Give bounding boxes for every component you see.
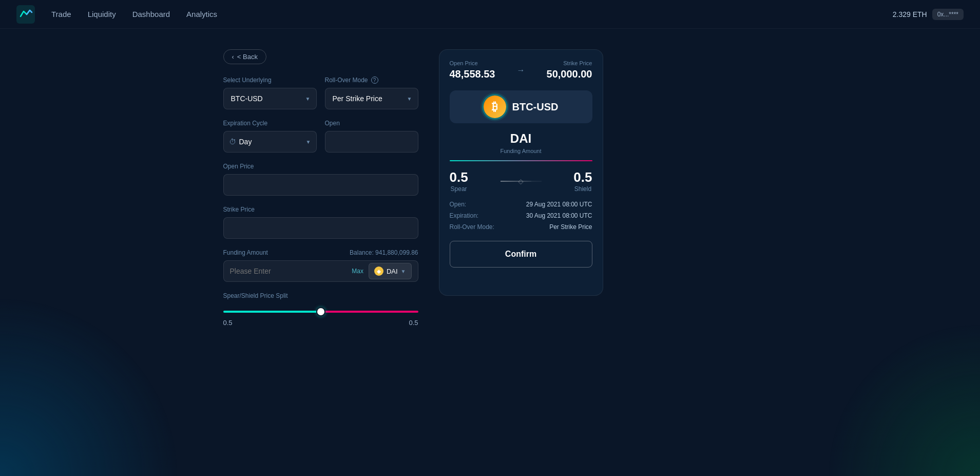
btc-badge: ₿ BTC-USD — [450, 90, 592, 123]
rollover-group: Roll-Over Mode ? Per Strike Price Per Ex… — [325, 77, 418, 109]
split-diamond-icon: ◇ — [518, 178, 523, 185]
open-price-input[interactable]: 48,558.53 — [223, 174, 418, 196]
spear-value: 0.5 — [223, 319, 233, 327]
card-spear-value: 0.5 — [450, 169, 468, 185]
expiration-arrow-icon: ▼ — [306, 139, 311, 145]
strike-price-label: Strike Price — [223, 206, 418, 213]
confirm-button[interactable]: Confirm — [450, 241, 592, 268]
card-open-price-value: 48,558.53 — [450, 68, 512, 80]
shield-value: 0.5 — [409, 319, 418, 327]
nav-links: Trade Liquidity Dashboard Analytics — [51, 10, 893, 18]
rollover-select[interactable]: Per Strike Price Per Expiry — [325, 88, 418, 109]
open-price-group: Open Price 48,558.53 — [223, 163, 418, 196]
rollover-label-text: Roll-Over Mode — [325, 77, 368, 84]
dai-label: DAI — [387, 268, 398, 275]
card-open-price-label: Open Price — [450, 60, 512, 66]
underlying-select-wrapper: BTC-USD ETH-USD ▼ — [223, 88, 317, 109]
detail-row-expiration: Expiration: 30 Aug 2021 08:00 UTC — [450, 212, 592, 219]
card-shield-value: 0.5 — [573, 169, 592, 185]
card-split-row: 0.5 Spear ◇ 0.5 Shield — [450, 169, 592, 193]
card-strike-price-label: Strike Price — [530, 60, 592, 66]
strike-price-input[interactable]: 50000 — [223, 217, 418, 239]
funding-amount-group: Funding Amount Balance: 941,880,099.86 M… — [223, 249, 418, 282]
balance-text: Balance: 941,880,099.86 — [350, 249, 418, 256]
shield-block: 0.5 Shield — [573, 169, 592, 193]
open-label: Open — [325, 120, 418, 127]
form-row-1: Select Underlying BTC-USD ETH-USD ▼ Roll… — [223, 77, 418, 109]
open-date-input[interactable]: 29 Aug 2021 08:00 UTC — [325, 131, 418, 153]
detail-row-open: Open: 29 Aug 2021 08:00 UTC — [450, 201, 592, 208]
arrow-right-icon: → — [512, 66, 530, 75]
nav-analytics[interactable]: Analytics — [186, 10, 217, 18]
back-label: < Back — [237, 53, 258, 61]
slider-section: Spear/Shield Price Split 0.5 0.5 — [223, 292, 418, 327]
expiration-select-wrapper: ⏱ Day Week Month ▼ — [223, 131, 317, 153]
btc-icon: ₿ — [484, 96, 506, 118]
split-divider-icon: ◇ — [501, 181, 542, 182]
detail-open-label: Open: — [450, 201, 467, 208]
strike-price-group: Strike Price 50000 — [223, 206, 418, 239]
detail-expiration-label: Expiration: — [450, 212, 479, 219]
open-date-group: Open 29 Aug 2021 08:00 UTC — [325, 120, 418, 153]
wallet-address[interactable]: 0x...**** — [932, 9, 964, 20]
card-shield-label: Shield — [573, 185, 592, 193]
nav-dashboard[interactable]: Dashboard — [132, 10, 170, 18]
card-open-price-block: Open Price 48,558.53 — [450, 60, 512, 80]
spear-block: 0.5 Spear — [450, 169, 468, 193]
underlying-label: Select Underlying — [223, 77, 317, 84]
card-price-row: Open Price 48,558.53 → Strike Price 50,0… — [450, 60, 592, 80]
right-panel: Open Price 48,558.53 → Strike Price 50,0… — [439, 49, 603, 327]
trade-card: Open Price 48,558.53 → Strike Price 50,0… — [439, 49, 603, 296]
btc-symbol-icon: ₿ — [492, 100, 497, 113]
expiration-select[interactable]: Day Week Month — [239, 131, 298, 152]
funding-header: Funding Amount Balance: 941,880,099.86 — [223, 249, 418, 256]
card-details: Open: 29 Aug 2021 08:00 UTC Expiration: … — [450, 201, 592, 231]
dai-arrow-icon: ▼ — [401, 269, 406, 274]
asset-name: BTC-USD — [512, 101, 559, 113]
detail-open-value: 29 Aug 2021 08:00 UTC — [526, 201, 592, 208]
slider-label: Spear/Shield Price Split — [223, 292, 418, 299]
underlying-label-text: Select Underlying — [223, 77, 272, 84]
card-divider — [450, 160, 592, 161]
main-container: ‹ < Back Select Underlying BTC-USD ETH-U… — [182, 29, 798, 347]
card-funding-label: Funding Amount — [450, 148, 592, 154]
card-spear-label: Spear — [450, 185, 468, 193]
wallet-balance: 2.329 ETH — [893, 10, 927, 18]
wallet-info: 2.329 ETH 0x...**** — [893, 9, 964, 20]
clock-icon: ⏱ — [229, 138, 236, 146]
detail-row-rollover: Roll-Over Mode: Per Strike Price — [450, 223, 592, 231]
funding-input-row: Max ◈ DAI ▼ — [223, 260, 418, 282]
nav-trade[interactable]: Trade — [51, 10, 71, 18]
card-strike-price-value: 50,000.00 — [530, 68, 592, 80]
spear-shield-slider[interactable] — [223, 311, 418, 313]
expiration-label-text: Expiration Cycle — [223, 120, 268, 127]
open-price-label: Open Price — [223, 163, 418, 170]
detail-expiration-value: 30 Aug 2021 08:00 UTC — [526, 212, 592, 219]
expiration-label: Expiration Cycle — [223, 120, 317, 127]
rollover-label: Roll-Over Mode ? — [325, 77, 418, 84]
back-button[interactable]: ‹ < Back — [223, 49, 266, 64]
back-arrow-icon: ‹ — [232, 53, 234, 61]
dai-select[interactable]: ◈ DAI ▼ — [369, 263, 412, 279]
nav-liquidity[interactable]: Liquidity — [88, 10, 116, 18]
detail-rollover-label: Roll-Over Mode: — [450, 223, 494, 231]
card-strike-price-block: Strike Price 50,000.00 — [530, 60, 592, 80]
slider-wrapper — [223, 306, 418, 315]
detail-rollover-value: Per Strike Price — [549, 223, 592, 231]
dai-coin-icon: ◈ — [374, 266, 383, 276]
funding-input[interactable] — [230, 261, 352, 281]
slider-values: 0.5 0.5 — [223, 319, 418, 327]
rollover-help-icon[interactable]: ? — [371, 77, 378, 84]
open-label-text: Open — [325, 120, 340, 127]
open-price-label-text: Open Price — [223, 163, 254, 170]
rollover-select-wrapper: Per Strike Price Per Expiry ▼ — [325, 88, 418, 109]
card-currency-label: DAI — [450, 131, 592, 146]
strike-price-label-text: Strike Price — [223, 206, 255, 213]
max-button[interactable]: Max — [352, 268, 363, 275]
navbar: Trade Liquidity Dashboard Analytics 2.32… — [0, 0, 980, 29]
logo — [16, 5, 35, 24]
left-panel: ‹ < Back Select Underlying BTC-USD ETH-U… — [223, 49, 418, 327]
underlying-select[interactable]: BTC-USD ETH-USD — [223, 88, 317, 109]
form-row-2: Expiration Cycle ⏱ Day Week Month ▼ Open… — [223, 120, 418, 153]
funding-label: Funding Amount — [223, 249, 268, 256]
